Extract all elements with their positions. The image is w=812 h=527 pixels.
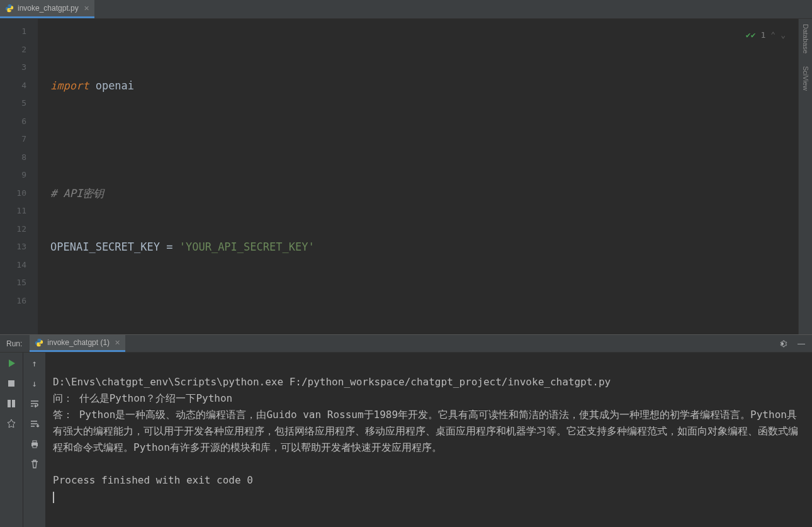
line-number: 15 [4,274,26,292]
text-cursor [53,492,54,503]
run-header: Run: invoke_chatgpt (1) ✕ — [0,335,812,353]
console-a-text: Python是一种高级、动态的编程语言，由Guido van Rossum于19… [53,409,798,453]
gear-icon[interactable] [777,338,788,349]
run-tab-label: invoke_chatgpt (1) [47,338,110,347]
code-line[interactable] [50,292,798,310]
layout-icon[interactable] [6,398,17,409]
line-number: 6 [4,113,26,131]
code-line[interactable]: import openai [50,77,798,95]
code-editor[interactable]: ✔✔ 1 ⌃ ⌄ import openai # API密钥 OPENAI_SE… [38,19,798,334]
wrap-icon[interactable] [29,398,40,409]
svg-rect-1 [8,400,11,407]
console-command: D:\Envs\chatgpt_env\Scripts\python.exe F… [53,376,611,388]
line-number: 2 [4,41,26,59]
svg-rect-4 [33,441,37,443]
console-output[interactable]: D:\Envs\chatgpt_env\Scripts\python.exe F… [45,353,812,527]
svg-rect-2 [12,400,15,407]
line-number: 13 [4,238,26,256]
console-exit: Process finished with exit code 0 [53,474,253,486]
line-number: 5 [4,94,26,113]
line-number: 11 [4,202,26,220]
run-toolbar-center: ↑ ↓ [23,353,45,527]
line-number: 4 [4,77,26,95]
editor-tab[interactable]: invoke_chatgpt.py ✕ [0,0,94,18]
console-a-label: 答： [53,409,79,421]
line-number: 14 [4,256,26,275]
check-icon: ✔✔ [746,26,756,45]
code-line[interactable] [50,130,798,149]
code-line[interactable]: # API密钥 [50,184,798,203]
code-line[interactable]: OPENAI_SECRET_KEY = 'YOUR_API_SECRET_KEY… [50,238,798,256]
close-icon[interactable]: ✕ [115,339,120,347]
line-number: 3 [4,59,26,77]
line-number: 10 [4,184,26,203]
svg-rect-0 [8,380,14,387]
sciview-tab[interactable]: SciView [802,66,809,91]
chevron-up-icon[interactable]: ⌃ [770,26,775,45]
python-file-icon [5,4,14,13]
run-config-tab[interactable]: invoke_chatgpt (1) ✕ [30,335,125,352]
database-tab[interactable]: Database [802,24,809,54]
line-number: 8 [4,149,26,167]
stop-button[interactable] [6,378,17,389]
close-icon[interactable]: ✕ [84,4,89,13]
editor-tab-label: invoke_chatgpt.py [18,4,79,13]
run-button[interactable] [6,358,17,369]
inspection-widget[interactable]: ✔✔ 1 ⌃ ⌄ [746,26,786,45]
line-number: 1 [4,23,26,41]
run-toolbar-left [0,353,23,527]
line-number: 9 [4,166,26,184]
inspection-count: 1 [761,26,766,45]
line-number-gutter: 1 2 3 4 5 6 7 8 9 10 11 12 13 14 15 16 [0,19,38,334]
scroll-icon[interactable] [29,418,40,429]
console-q-label: 问： [53,392,79,404]
trash-icon[interactable] [29,458,40,470]
arrow-down-icon[interactable]: ↓ [29,378,40,389]
line-number: 16 [4,292,26,310]
python-file-icon [35,338,43,347]
right-tool-rail: Database SciView [798,19,812,334]
svg-rect-5 [33,445,37,448]
pin-icon[interactable] [6,418,17,429]
chevron-down-icon[interactable]: ⌄ [781,26,786,45]
console-q-text: 什么是Python？介绍一下Python [79,392,233,404]
line-number: 12 [4,220,26,239]
editor-area[interactable]: 1 2 3 4 5 6 7 8 9 10 11 12 13 14 15 16 ✔… [0,19,798,334]
arrow-up-icon[interactable]: ↑ [29,358,40,369]
run-label: Run: [6,339,22,348]
print-icon[interactable] [29,438,40,450]
run-tool-window: Run: invoke_chatgpt (1) ✕ — ↑ ↓ D [0,334,812,527]
line-number: 7 [4,130,26,149]
editor-tabs-bar: invoke_chatgpt.py ✕ [0,0,812,19]
minimize-icon[interactable]: — [796,338,807,349]
